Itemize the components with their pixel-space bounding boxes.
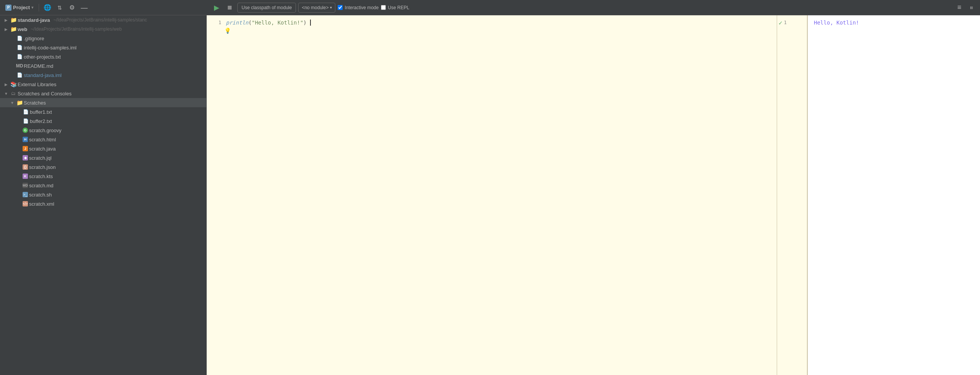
- use-repl-text: Use REPL: [388, 5, 409, 10]
- gear-icon: ⚙: [69, 4, 75, 11]
- file-md-icon: MD: [16, 63, 23, 69]
- tree-label-standard-java-iml: standard-java.iml: [24, 72, 62, 78]
- tree-label-buffer2: buffer2.txt: [30, 118, 52, 124]
- sort-button[interactable]: ⇅: [54, 2, 65, 13]
- file-gitignore-icon: 📄: [16, 35, 23, 41]
- tree-label-groovy: scratch.groovy: [29, 128, 62, 133]
- editor-lines[interactable]: 1 println("Hello, Kotlin!") 💡: [207, 15, 777, 375]
- file-md2-icon: MD: [23, 183, 28, 188]
- sort-icon: ⇅: [57, 5, 62, 11]
- file-txt-icon: 📄: [16, 54, 23, 60]
- scratches-root-icon: 🗂: [10, 90, 16, 97]
- tree-item-buffer2[interactable]: ▶ 📄 buffer2.txt: [0, 116, 206, 126]
- module-dropdown-text: <no module>: [302, 5, 328, 10]
- main-area: ▶ 📁 standard-java ~/IdeaProjects/JetBrai…: [0, 15, 980, 375]
- tree-item-scratch-jql[interactable]: ▶ ◆ scratch.jql: [0, 153, 206, 162]
- tree-item-scratch-java[interactable]: ▶ J scratch.java: [0, 144, 206, 153]
- output-line-1: Hello, Kotlin!: [814, 18, 974, 27]
- tree-label-scratches-root: Scratches and Consoles: [18, 91, 72, 97]
- tree-arrow-scratches: ▼: [9, 100, 15, 106]
- file-sh-icon: >_: [23, 192, 28, 197]
- tree-item-scratch-sh[interactable]: ▶ >_ scratch.sh: [0, 190, 206, 199]
- file-buffer1-icon: 📄: [23, 109, 29, 115]
- tree-label-other-projects: other-projects.txt: [24, 54, 61, 60]
- minimize-button[interactable]: —: [79, 2, 90, 13]
- file-jql-icon: ◆: [23, 155, 28, 160]
- file-java-icon: J: [23, 146, 28, 151]
- play-button[interactable]: ▶: [211, 2, 222, 13]
- tree-arrow-scratches-root: ▼: [3, 90, 9, 97]
- play-icon: ▶: [214, 3, 219, 12]
- tree-item-gitignore[interactable]: ▶ 📄 .gitignore: [0, 34, 206, 43]
- interactive-mode-text: Interactive mode: [345, 5, 379, 10]
- tree-item-iml[interactable]: ▶ 📄 intellij-code-samples.iml: [0, 43, 206, 52]
- file-iml-icon: 📄: [16, 44, 23, 51]
- tree-item-ext-libraries[interactable]: ▶ 📚 External Libraries: [0, 80, 206, 89]
- code-fn-keyword: println: [226, 20, 248, 26]
- tree-item-scratch-groovy[interactable]: ▶ G scratch.groovy: [0, 126, 206, 135]
- tree-item-scratch-md[interactable]: ▶ MD scratch.md: [0, 181, 206, 190]
- project-dropdown-arrow: ▾: [31, 5, 33, 10]
- tree-item-web[interactable]: ▶ 📁 web ~/IdeaProjects/JetBrains/intelli…: [0, 25, 206, 34]
- tree-item-scratch-xml[interactable]: ▶ </> scratch.xml: [0, 199, 206, 208]
- project-tree: ▶ 📁 standard-java ~/IdeaProjects/JetBrai…: [0, 15, 207, 375]
- tree-item-readme[interactable]: ▶ MD README.md: [0, 61, 206, 70]
- code-line-1: println("Hello, Kotlin!"): [226, 20, 311, 26]
- tree-item-standard-java-iml[interactable]: ▶ 📄 standard-java.iml: [0, 70, 206, 80]
- hamburger-icon: ≡: [957, 3, 962, 11]
- tree-item-standard-java[interactable]: ▶ 📁 standard-java ~/IdeaProjects/JetBrai…: [0, 15, 206, 25]
- result-gutter: ✓ 1: [777, 15, 807, 375]
- tree-item-scratch-html[interactable]: ▶ H scratch.html: [0, 135, 206, 144]
- tree-label-scratches: Scratches: [24, 100, 46, 106]
- tree-arrow-standard-java: ▶: [3, 17, 9, 23]
- folder-src-icon: 📁: [10, 17, 16, 23]
- tree-label-web: web: [18, 26, 27, 32]
- tree-label-html: scratch.html: [29, 137, 56, 142]
- tree-item-scratch-json[interactable]: ▶ {} scratch.json: [0, 162, 206, 172]
- tree-label-standard-java: standard-java: [18, 17, 50, 23]
- toolbar-center: ▶ ⏹ Use classpath of module <no module> …: [211, 2, 952, 13]
- use-repl-checkbox[interactable]: [381, 5, 386, 10]
- tree-item-buffer1[interactable]: ▶ 📄 buffer1.txt: [0, 107, 206, 116]
- project-icon: P: [5, 5, 11, 11]
- module-dropdown[interactable]: <no module> ▾: [298, 3, 335, 13]
- tree-item-scratches-root[interactable]: ▼ 🗂 Scratches and Consoles: [0, 89, 206, 98]
- folder-web-icon: 📁: [10, 26, 16, 32]
- gutter-line-number-1: 1: [784, 20, 787, 25]
- use-classpath-button[interactable]: Use classpath of module: [237, 3, 296, 13]
- tree-label-buffer1: buffer1.txt: [30, 109, 52, 115]
- tree-sublabel-web: ~/IdeaProjects/JetBrains/intellij-sample…: [31, 26, 122, 32]
- tree-label-readme: README.md: [24, 63, 53, 69]
- gear-button[interactable]: ⚙: [67, 2, 77, 13]
- output-panel: Hello, Kotlin!: [808, 15, 980, 375]
- hamburger-button[interactable]: ≡: [954, 2, 965, 13]
- stop-button[interactable]: ⏹: [224, 2, 235, 13]
- file-iml2-icon: 📄: [16, 72, 23, 78]
- tree-item-other-projects[interactable]: ▶ 📄 other-projects.txt: [0, 52, 206, 61]
- tree-arrow-ext-libraries: ▶: [3, 81, 9, 87]
- ext-lib-icon: 📚: [10, 81, 16, 87]
- use-repl-label[interactable]: Use REPL: [381, 5, 409, 10]
- gutter-line-1: ✓ 1: [779, 18, 805, 27]
- file-json-icon: {}: [23, 164, 28, 170]
- file-groovy-icon: G: [23, 128, 28, 133]
- tree-sublabel-standard-java: ~/IdeaProjects/JetBrains/intellij-sample…: [54, 17, 147, 23]
- interactive-mode-checkbox[interactable]: [338, 5, 343, 10]
- stop-icon: ⏹: [227, 4, 233, 11]
- code-paren-close: ): [303, 20, 306, 26]
- globe-icon: 🌐: [44, 4, 51, 11]
- file-html-icon: H: [23, 137, 28, 142]
- hamburger-button-2[interactable]: ≡: [966, 2, 977, 13]
- tree-item-scratches[interactable]: ▼ 📁 Scratches: [0, 98, 206, 107]
- toolbar-right: ≡ ≡: [954, 2, 977, 13]
- project-menu[interactable]: P Project ▾: [3, 4, 36, 11]
- toolbar-separator-1: [39, 4, 39, 11]
- editor-line-1: 1 println("Hello, Kotlin!"): [207, 18, 777, 27]
- tree-label-md: scratch.md: [29, 183, 54, 188]
- interactive-mode-label[interactable]: Interactive mode: [338, 5, 379, 10]
- module-dropdown-arrow: ▾: [330, 5, 332, 10]
- globe-button[interactable]: 🌐: [42, 2, 53, 13]
- check-mark-icon: ✓: [779, 19, 782, 26]
- tree-item-scratch-kts[interactable]: ▶ K scratch.kts: [0, 172, 206, 181]
- tree-label-json: scratch.json: [29, 164, 56, 170]
